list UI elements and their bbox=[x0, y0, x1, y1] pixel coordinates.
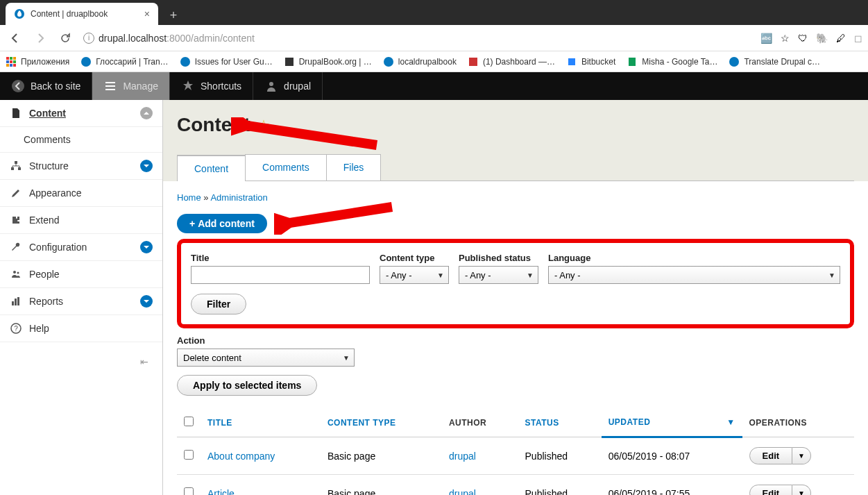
row-status: Published bbox=[518, 437, 602, 475]
apply-action-button[interactable]: Apply to selected items bbox=[177, 375, 317, 396]
sidebar-item-configuration[interactable]: Configuration bbox=[0, 234, 162, 261]
sidebar-item-label: Content bbox=[29, 108, 66, 119]
sidebar-item-label: Configuration bbox=[29, 242, 87, 253]
favorite-star-icon[interactable]: ☆ bbox=[257, 117, 270, 133]
col-author[interactable]: AUTHOR bbox=[442, 408, 518, 437]
breadcrumb-home[interactable]: Home bbox=[177, 192, 201, 203]
url-bar[interactable]: i drupal.localhost:8000/admin/content bbox=[80, 33, 755, 44]
edit-dropdown-button[interactable]: ▼ bbox=[792, 447, 811, 464]
col-title[interactable]: TITLE bbox=[201, 408, 321, 437]
sidebar-item-label: People bbox=[29, 269, 60, 280]
back-to-site-button[interactable]: Back to site bbox=[0, 72, 92, 100]
sidebar-item-help[interactable]: ? Help bbox=[0, 315, 162, 342]
lang-filter-label: Language bbox=[548, 253, 840, 263]
apps-button[interactable]: Приложения bbox=[6, 56, 69, 67]
row-author-link[interactable]: drupal bbox=[449, 451, 476, 462]
svg-point-13 bbox=[384, 57, 393, 67]
row-author-link[interactable]: drupal bbox=[449, 488, 476, 496]
forward-button[interactable] bbox=[31, 28, 50, 48]
col-updated[interactable]: UPDATED ▼ bbox=[602, 408, 742, 437]
row-title-link[interactable]: Article bbox=[207, 488, 235, 496]
translate-icon[interactable]: 🔤 bbox=[760, 33, 772, 44]
add-content-button[interactable]: +Add content bbox=[177, 214, 267, 233]
chevron-down-icon[interactable] bbox=[140, 241, 153, 253]
svg-point-19 bbox=[269, 82, 273, 86]
type-filter-select[interactable]: - Any -▼ bbox=[380, 266, 449, 284]
manage-button[interactable]: Manage bbox=[92, 72, 170, 100]
bookmark-item[interactable]: Bitbucket bbox=[566, 56, 615, 67]
chevron-up-icon[interactable] bbox=[140, 107, 153, 119]
bookmark-item[interactable]: localdrupalbook bbox=[383, 56, 457, 67]
browser-tab[interactable]: Content | druaplbook × bbox=[6, 3, 158, 25]
row-type: Basic page bbox=[321, 437, 442, 475]
breadcrumb: Home » Administration bbox=[177, 192, 854, 203]
action-label: Action bbox=[177, 335, 854, 346]
drupal-icon bbox=[14, 8, 25, 19]
bookmark-item[interactable]: Issues for User Gu… bbox=[180, 56, 273, 67]
col-status[interactable]: STATUS bbox=[518, 408, 602, 437]
row-title-link[interactable]: About company bbox=[207, 451, 275, 462]
bookmark-item[interactable]: Misha - Google Ta… bbox=[627, 56, 717, 67]
admin-item-label: Shortcuts bbox=[201, 81, 241, 92]
dropper-icon[interactable]: 🖊 bbox=[836, 33, 846, 44]
user-button[interactable]: drupal bbox=[253, 72, 323, 100]
breadcrumb-admin[interactable]: Administration bbox=[210, 192, 267, 203]
drupal-icon bbox=[729, 56, 740, 67]
title-filter-input[interactable] bbox=[191, 266, 370, 284]
user-icon bbox=[264, 79, 278, 93]
row-checkbox[interactable] bbox=[184, 450, 194, 460]
chart-icon bbox=[10, 295, 22, 308]
action-select[interactable]: Delete content▼ bbox=[177, 349, 355, 367]
info-icon[interactable]: i bbox=[83, 33, 94, 44]
svg-rect-25 bbox=[12, 301, 14, 305]
row-checkbox[interactable] bbox=[184, 487, 194, 495]
evernote-icon[interactable]: 🐘 bbox=[816, 33, 828, 44]
title-filter-label: Title bbox=[191, 253, 370, 263]
shortcuts-button[interactable]: Shortcuts bbox=[170, 72, 253, 100]
filter-button[interactable]: Filter bbox=[191, 294, 246, 314]
sidebar-item-people[interactable]: People bbox=[0, 261, 162, 288]
select-all-checkbox[interactable] bbox=[184, 417, 194, 426]
bookmark-label: DrupalBook.org | … bbox=[299, 57, 372, 67]
svg-point-24 bbox=[17, 272, 19, 274]
collapse-sidebar-icon[interactable]: ⇤ bbox=[0, 342, 162, 381]
bookmark-label: Issues for User Gu… bbox=[195, 57, 273, 67]
sidebar-item-content[interactable]: Content bbox=[0, 100, 162, 127]
help-icon: ? bbox=[10, 322, 22, 335]
bookmark-item[interactable]: Глоссарий | Tran… bbox=[80, 56, 168, 67]
bookmark-item[interactable]: (1) Dashboard —… bbox=[468, 56, 555, 67]
sidebar-item-reports[interactable]: Reports bbox=[0, 288, 162, 315]
status-filter-select[interactable]: - Any -▼ bbox=[459, 266, 538, 284]
tab-files[interactable]: Files bbox=[326, 154, 382, 181]
bookmark-label: Translate Drupal c… bbox=[744, 57, 820, 67]
chevron-down-icon: ▼ bbox=[527, 271, 534, 279]
new-tab-button[interactable]: + bbox=[164, 6, 183, 25]
back-button[interactable] bbox=[6, 28, 25, 48]
star-icon[interactable]: ☆ bbox=[781, 33, 790, 44]
edit-button[interactable]: Edit bbox=[749, 447, 793, 464]
svg-text:?: ? bbox=[14, 325, 18, 333]
sidebar-item-structure[interactable]: Structure bbox=[0, 153, 162, 180]
tab-comments[interactable]: Comments bbox=[245, 154, 327, 181]
edit-button[interactable]: Edit bbox=[749, 485, 793, 495]
chevron-down-icon[interactable] bbox=[140, 295, 153, 308]
bookmark-label: localdrupalbook bbox=[398, 57, 457, 67]
sidebar-item-label: Appearance bbox=[29, 187, 82, 199]
profile-icon[interactable]: ◻ bbox=[854, 33, 862, 44]
tab-content[interactable]: Content bbox=[177, 155, 246, 181]
bookmarks-bar: Приложения Глоссарий | Tran… Issues for … bbox=[0, 51, 868, 72]
shield-icon[interactable]: 🛡 bbox=[798, 33, 808, 44]
sidebar-item-extend[interactable]: Extend bbox=[0, 207, 162, 234]
svg-point-10 bbox=[81, 57, 91, 67]
edit-dropdown-button[interactable]: ▼ bbox=[792, 485, 811, 495]
bookmark-item[interactable]: DrupalBook.org | … bbox=[284, 56, 372, 67]
col-type[interactable]: CONTENT TYPE bbox=[321, 408, 442, 437]
reload-button[interactable] bbox=[56, 28, 75, 48]
chevron-down-icon[interactable] bbox=[140, 160, 153, 172]
sidebar-item-appearance[interactable]: Appearance bbox=[0, 180, 162, 207]
close-icon[interactable]: × bbox=[144, 8, 150, 19]
bookmark-item[interactable]: Translate Drupal c… bbox=[729, 56, 820, 67]
sidebar-item-comments[interactable]: Comments bbox=[0, 127, 162, 153]
lang-filter-select[interactable]: - Any -▼ bbox=[548, 266, 840, 284]
puzzle-icon bbox=[10, 214, 22, 226]
